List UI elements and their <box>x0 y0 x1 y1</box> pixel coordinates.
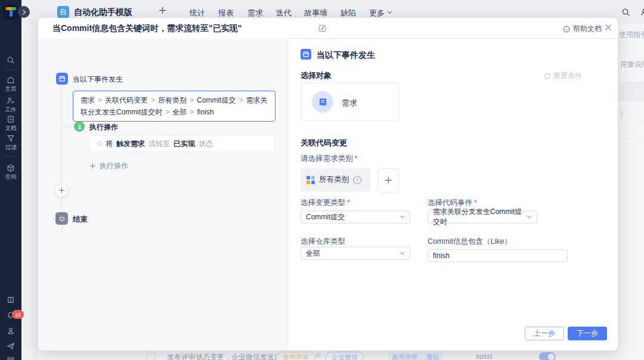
help-doc-label: 帮助文档 <box>573 24 602 34</box>
reset-conditions-button[interactable]: 重置条件 <box>544 71 582 81</box>
chevron-down-icon <box>527 215 532 219</box>
reset-icon <box>544 73 551 80</box>
workflow-connector <box>61 87 62 232</box>
add-tab-button[interactable] <box>159 7 166 14</box>
story-icon-circle <box>312 91 333 113</box>
filter-icon[interactable] <box>7 134 15 142</box>
library-icon[interactable] <box>7 296 15 304</box>
invite-member-icon[interactable] <box>640 8 644 17</box>
category-field-label: 请选择需求类别* <box>301 154 357 164</box>
chevron-down-icon <box>387 11 392 14</box>
workflow-panel: 当以下事件发生 需求>关联代码变更>所有类别>Commit提交>需求关联分支发生… <box>38 38 288 350</box>
nav-item-stories[interactable]: 需求 <box>247 8 263 18</box>
code-event-select[interactable]: 需求关联分支发生Commit提交时 <box>428 210 537 224</box>
send-icon[interactable] <box>7 342 15 350</box>
rule-prefix: 将 <box>106 139 113 149</box>
commit-keyword-input[interactable] <box>428 249 568 262</box>
commit-like-label: Commit信息包含（Like） <box>428 237 512 247</box>
story-icon <box>318 97 328 107</box>
form-heading: 当以下事件发生 <box>317 50 375 61</box>
sidebar-item-home[interactable]: 主页 <box>0 85 21 93</box>
rule-target: 触发需求 <box>116 139 145 149</box>
required-asterisk: * <box>347 198 350 207</box>
path-segment: Commit提交 <box>197 96 236 104</box>
my-work-icon[interactable] <box>7 97 15 105</box>
rule-suffix: 状态 <box>199 139 213 149</box>
search-icon[interactable] <box>621 8 630 17</box>
sidebar-item-filter[interactable]: 过滤 <box>0 144 21 151</box>
object-name: 需求 <box>342 98 357 108</box>
rule-state: 已实现 <box>174 139 195 149</box>
help-doc-link[interactable]: 帮助文档 <box>563 24 602 34</box>
nav-item-more[interactable]: 更多 <box>369 8 385 18</box>
change-type-label: 选择变更类型* <box>301 198 350 208</box>
nav-item-defects[interactable]: 缺陷 <box>340 8 356 18</box>
sidebar-search-icon[interactable] <box>7 56 15 64</box>
event-section-icon <box>301 49 311 60</box>
members-icon[interactable] <box>7 327 15 335</box>
chevron-down-icon <box>400 215 405 219</box>
app-title: 自动化助手模版 <box>74 7 132 18</box>
insert-step-button[interactable] <box>55 184 68 197</box>
sidebar-expand-button[interactable] <box>18 6 30 18</box>
chevron-down-icon <box>400 252 405 255</box>
path-segment: 关联代码变更 <box>105 96 148 104</box>
close-icon[interactable] <box>605 24 612 31</box>
rule-verb: 流转至 <box>148 139 170 149</box>
sidebar-item-work[interactable]: 工作 <box>0 106 21 114</box>
edit-title-icon[interactable] <box>318 24 326 32</box>
add-category-button[interactable] <box>377 168 399 193</box>
app-icon: 自 <box>57 6 69 18</box>
nav-item-statistics[interactable]: 统计 <box>190 8 205 18</box>
plus-icon <box>89 163 96 169</box>
repo-type-select[interactable]: 全部 <box>301 247 410 260</box>
modal-header: 当Commit信息包含关键词时，需求流转至"已实现" 帮助文档 <box>38 18 618 39</box>
path-segment: 需求 <box>80 96 95 104</box>
action-node-icon <box>74 121 85 132</box>
required-asterisk: * <box>355 154 358 163</box>
path-segment: 全部 <box>172 108 187 116</box>
action-node-label: 执行操作 <box>89 122 118 132</box>
path-segment: 所有类别 <box>158 96 187 104</box>
event-node-icon <box>56 73 68 85</box>
action-rule-card[interactable]: 将 触发需求 流转至 已实现 状态 <box>89 135 275 152</box>
event-node-label: 当以下事件发生 <box>73 75 123 85</box>
modal-title: 当Commit信息包含关键词时，需求流转至"已实现" <box>52 23 242 34</box>
screen: 使用指引 用量说明 发布评审状态变更，企业微信发送消 发布评审 企业微信 发布评… <box>0 0 644 360</box>
object-card-story[interactable]: 需求 <box>301 83 399 121</box>
next-step-button[interactable]: 下一步 <box>568 327 607 340</box>
apps-grid-icon[interactable] <box>7 356 15 360</box>
sidebar-item-space[interactable]: 空间 <box>0 173 21 181</box>
notification-badge: 18 <box>12 310 24 319</box>
add-action-button[interactable]: 执行操作 <box>89 161 128 171</box>
nav-item-storywall[interactable]: 故事墙 <box>304 8 327 18</box>
categories-grid-icon <box>306 176 315 184</box>
nav-item-iterations[interactable]: 迭代 <box>276 8 292 18</box>
tapd-logo[interactable] <box>3 4 18 20</box>
select-object-label: 选择对象 <box>301 70 332 81</box>
category-chip-all[interactable]: 所有类别 ? <box>301 168 370 191</box>
bullet-circle-icon <box>97 141 102 146</box>
home-icon[interactable] <box>7 76 15 84</box>
repo-type-label: 选择仓库类型 <box>301 237 345 247</box>
change-type-select[interactable]: Commit提交 <box>301 210 410 224</box>
required-asterisk: * <box>474 198 477 207</box>
sidebar-item-docs[interactable]: 文档 <box>0 125 21 132</box>
nav-item-reports[interactable]: 报表 <box>218 8 234 18</box>
automation-rule-modal: 当Commit信息包含关键词时，需求流转至"已实现" 帮助文档 当以下事件发生 … <box>38 18 618 350</box>
end-node-icon <box>55 212 68 225</box>
document-icon[interactable] <box>7 115 15 123</box>
prev-step-button[interactable]: 上一步 <box>525 327 564 340</box>
section-label-code-change: 关联代码变更 <box>301 138 347 148</box>
event-condition-box[interactable]: 需求>关联代码变更>所有类别>Commit提交>需求关联分支发生Commit提交… <box>73 91 275 122</box>
sidebar: 主页 工作 文档 过滤 空间 <box>0 24 21 360</box>
question-icon[interactable]: ? <box>353 176 361 184</box>
end-node-label: 结束 <box>73 215 88 225</box>
path-segment: finish <box>197 108 213 116</box>
space-cube-icon[interactable] <box>7 164 15 172</box>
